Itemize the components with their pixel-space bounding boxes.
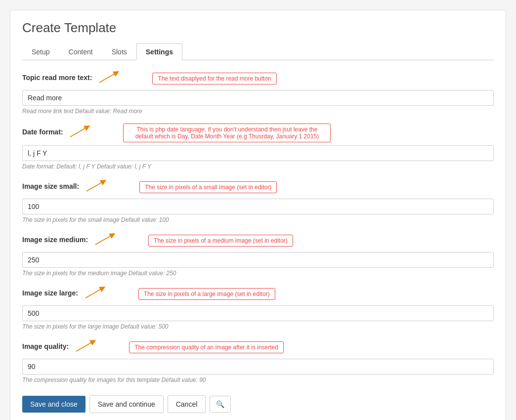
fields-container: Topic read more text: The text disaplyed… xyxy=(22,70,494,383)
label-tooltip-row-image_quality: Image quality: The compression quality o… xyxy=(22,339,494,356)
input-image_quality[interactable] xyxy=(22,359,494,375)
arrow-icon-topic_read_more xyxy=(97,70,122,87)
tooltip-image_size_large: The size in pixels of a large image (set… xyxy=(138,288,275,300)
footer-buttons: Save and close Save and continue Cancel … xyxy=(22,395,494,413)
input-image_size_medium[interactable] xyxy=(22,252,494,268)
tab-content[interactable]: Content xyxy=(59,43,102,60)
arrow-svg-image_size_small xyxy=(84,179,109,194)
svg-line-1 xyxy=(70,127,87,137)
field-label-date_format: Date format: xyxy=(22,128,63,136)
svg-line-2 xyxy=(86,181,104,191)
field-label-image_size_large: Image size large: xyxy=(22,289,78,297)
tab-settings[interactable]: Settings xyxy=(136,43,182,60)
page-title: Create Template xyxy=(22,20,494,36)
input-image_size_small[interactable] xyxy=(22,199,494,214)
hint-image_size_small: The size in pixels for the small image D… xyxy=(22,216,494,223)
svg-line-4 xyxy=(86,288,103,298)
field-label-image_size_small: Image size small: xyxy=(22,182,79,190)
arrow-icon-image_quality xyxy=(74,339,98,356)
label-tooltip-row-topic_read_more: Topic read more text: The text disaplyed… xyxy=(22,70,494,87)
save-continue-button[interactable]: Save and continue xyxy=(89,395,164,413)
tab-slots[interactable]: Slots xyxy=(102,43,136,60)
svg-line-5 xyxy=(76,341,93,351)
input-topic_read_more[interactable] xyxy=(22,90,494,106)
svg-line-0 xyxy=(99,73,117,83)
field-row-image_size_medium: Image size medium: The size in pixels of… xyxy=(22,232,494,277)
field-row-image_size_small: Image size small: The size in pixels of … xyxy=(22,179,494,223)
label-tooltip-row-image_size_small: Image size small: The size in pixels of … xyxy=(22,179,494,196)
tabs-bar: Setup Content Slots Settings xyxy=(22,43,494,60)
arrow-icon-image_size_small xyxy=(84,179,109,196)
tooltip-topic_read_more: The text disaplyed for the read more but… xyxy=(152,73,276,84)
label-tooltip-row-image_size_large: Image size large: The size in pixels of … xyxy=(22,286,494,302)
tooltip-image_size_small: The size in pixels of a small image (set… xyxy=(139,181,277,193)
label-tooltip-row-image_size_medium: Image size medium: The size in pixels of… xyxy=(22,232,494,249)
svg-line-3 xyxy=(95,235,113,245)
save-close-button[interactable]: Save and close xyxy=(22,396,86,413)
hint-image_size_large: The size in pixels for the large image D… xyxy=(22,323,494,330)
arrow-icon-date_format xyxy=(68,125,92,141)
label-tooltip-row-date_format: Date format: This is php date language, … xyxy=(22,124,494,142)
tooltip-date_format: This is php date language, if you don't … xyxy=(123,124,331,142)
hint-image_quality: The compression quality for images for t… xyxy=(22,377,494,383)
field-row-image_size_large: Image size large: The size in pixels of … xyxy=(22,286,494,330)
hint-topic_read_more: Read more link text Default value: Read … xyxy=(22,108,494,115)
search-icon: 🔍 xyxy=(216,400,224,408)
arrow-svg-image_quality xyxy=(74,339,98,354)
cancel-button[interactable]: Cancel xyxy=(168,395,206,413)
arrow-icon-image_size_medium xyxy=(93,232,118,249)
field-row-date_format: Date format: This is php date language, … xyxy=(22,124,494,170)
arrow-icon-image_size_large xyxy=(83,286,108,302)
arrow-svg-topic_read_more xyxy=(97,70,122,85)
arrow-svg-date_format xyxy=(68,125,92,139)
field-label-topic_read_more: Topic read more text: xyxy=(22,74,92,82)
arrow-svg-image_size_large xyxy=(83,286,108,300)
input-date_format[interactable] xyxy=(22,145,494,161)
field-label-image_quality: Image quality: xyxy=(22,342,69,350)
page-container: Create Template Setup Content Slots Sett… xyxy=(10,10,506,420)
tab-setup[interactable]: Setup xyxy=(22,43,59,60)
search-button[interactable]: 🔍 xyxy=(210,396,231,413)
hint-date_format: Date format: Default: l, j F Y Default v… xyxy=(22,163,494,170)
field-row-image_quality: Image quality: The compression quality o… xyxy=(22,339,494,383)
field-row-topic_read_more: Topic read more text: The text disaplyed… xyxy=(22,70,494,115)
arrow-svg-image_size_medium xyxy=(93,232,118,247)
tooltip-image_quality: The compression quality of an image afte… xyxy=(129,341,284,353)
hint-image_size_medium: The size in pixels for the medium image … xyxy=(22,270,494,277)
tooltip-image_size_medium: The size in pixels of a medium image (se… xyxy=(148,235,293,247)
field-label-image_size_medium: Image size medium: xyxy=(22,236,88,244)
input-image_size_large[interactable] xyxy=(22,305,494,321)
